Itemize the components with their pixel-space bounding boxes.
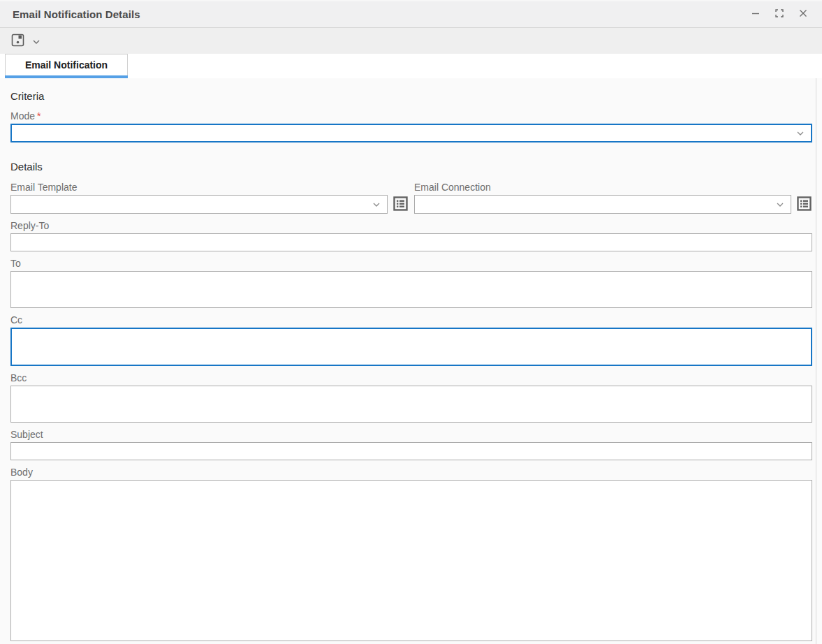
- chevron-down-icon: [33, 36, 40, 46]
- subject-input[interactable]: [10, 442, 812, 460]
- close-icon: [799, 9, 807, 20]
- email-connection-select[interactable]: [414, 195, 791, 214]
- mode-label: Mode*: [10, 110, 812, 122]
- maximize-icon: [775, 9, 784, 20]
- titlebar: Email Notification Details: [0, 0, 822, 28]
- bcc-field: Bcc: [10, 372, 812, 423]
- required-asterisk: *: [37, 110, 41, 122]
- chevron-down-icon: [777, 203, 784, 207]
- reply-to-input[interactable]: [10, 233, 812, 251]
- template-connection-row: Email Template: [10, 182, 812, 214]
- subject-field: Subject: [10, 429, 812, 460]
- reply-to-field: Reply-To: [10, 220, 812, 251]
- form-panel: Criteria Mode* Details Email Template: [0, 78, 822, 644]
- to-field: To: [10, 258, 812, 308]
- toolbar: [0, 28, 822, 54]
- maximize-button[interactable]: [770, 6, 788, 24]
- chevron-down-icon: [373, 203, 380, 207]
- body-label: Body: [10, 467, 812, 478]
- save-button[interactable]: [8, 32, 27, 50]
- bcc-label: Bcc: [10, 372, 812, 383]
- scrollbar-track[interactable]: [816, 78, 822, 644]
- section-heading-details: Details: [10, 161, 812, 173]
- minimize-button[interactable]: [747, 6, 765, 24]
- email-connection-lookup-button[interactable]: [796, 196, 812, 212]
- body-textarea[interactable]: [10, 480, 812, 641]
- section-heading-criteria: Criteria: [10, 78, 812, 102]
- mode-field: Mode*: [10, 110, 812, 142]
- cc-textarea[interactable]: [10, 328, 812, 366]
- email-template-select[interactable]: [10, 195, 388, 214]
- tab-label: Email Notification: [25, 59, 108, 71]
- email-template-field: Email Template: [10, 182, 409, 214]
- bcc-textarea[interactable]: [10, 386, 812, 423]
- cc-label: Cc: [10, 314, 812, 325]
- cc-field: Cc: [10, 314, 812, 366]
- email-template-lookup-button[interactable]: [392, 196, 409, 212]
- close-button[interactable]: [794, 6, 812, 24]
- email-connection-field: Email Connection: [414, 182, 812, 214]
- chevron-down-icon: [797, 131, 804, 136]
- reply-to-label: Reply-To: [10, 220, 812, 231]
- to-label: To: [10, 258, 812, 269]
- subject-label: Subject: [10, 429, 812, 440]
- email-connection-label: Email Connection: [414, 182, 812, 193]
- save-icon: [11, 34, 24, 49]
- minimize-icon: [751, 9, 760, 20]
- list-icon: [797, 196, 812, 213]
- form-content: Criteria Mode* Details Email Template: [0, 78, 816, 644]
- body-field: Body: [10, 467, 812, 641]
- list-icon: [393, 196, 408, 213]
- mode-select[interactable]: [10, 124, 812, 142]
- to-textarea[interactable]: [10, 271, 812, 308]
- save-menu-button[interactable]: [29, 32, 43, 50]
- tab-email-notification[interactable]: Email Notification: [5, 54, 128, 75]
- email-notification-details-window: Email Notification Details: [0, 0, 822, 644]
- window-title: Email Notification Details: [13, 8, 140, 20]
- email-template-label: Email Template: [10, 182, 409, 193]
- tab-bar: Email Notification: [0, 54, 822, 78]
